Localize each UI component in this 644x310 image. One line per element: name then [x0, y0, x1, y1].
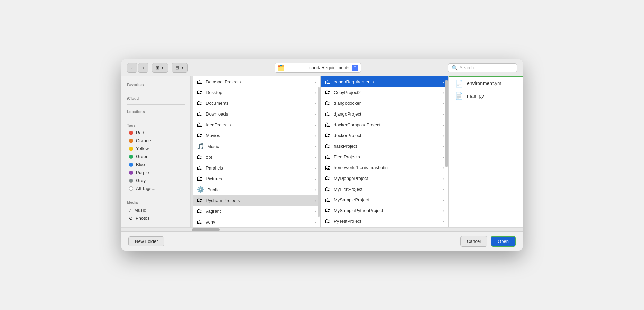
list-item[interactable]: 🗂 DataspellProjects › [193, 76, 320, 87]
search-icon: 🔍 [452, 65, 458, 71]
list-item[interactable]: 🗂 venv › [193, 217, 320, 227]
chevron-icon: › [443, 91, 444, 95]
file-name: djangodocker [334, 101, 440, 106]
chevron-icon: › [315, 101, 316, 106]
new-folder-button[interactable]: New Folder [128, 236, 164, 246]
main-content: Favorites iCloud Locations Tags Red Oran… [121, 76, 523, 227]
column-view-button[interactable]: ⊞ ▼ [152, 63, 168, 73]
column-view-chevron: ▼ [161, 66, 164, 70]
list-item[interactable]: 🎵 Music › [193, 141, 320, 152]
sidebar: Favorites iCloud Locations Tags Red Oran… [121, 76, 191, 227]
file-name: condaRequirements [334, 79, 440, 84]
tag-item-purple[interactable]: Purple [123, 168, 188, 176]
back-button[interactable]: ‹ [127, 63, 137, 73]
tag-item-all[interactable]: All Tags... [123, 184, 188, 192]
folder-icon: 🗂 [325, 164, 331, 171]
list-item[interactable]: 🗂 Parallels › [193, 163, 320, 173]
folder-icon: 🗂 [325, 175, 331, 182]
forward-icon: › [142, 65, 144, 71]
file-name: opt [206, 155, 312, 160]
preview-file-yml[interactable]: 📄 environment.yml [449, 77, 523, 90]
chevron-icon: › [315, 80, 316, 84]
cancel-button[interactable]: Cancel [460, 236, 487, 247]
list-item[interactable]: 🗂 homework-1...nis-mashutin › [321, 162, 448, 173]
list-item[interactable]: 🗂 Movies › [193, 130, 320, 141]
preview-file-py[interactable]: 📄 main.py [449, 90, 523, 102]
search-input[interactable] [460, 65, 513, 70]
chevron-icon: › [315, 177, 316, 181]
list-item[interactable]: 🗂 Documents › [193, 98, 320, 109]
list-item[interactable]: 🗂 Downloads › [193, 109, 320, 119]
file-name: Pictures [206, 176, 312, 181]
folder-icon: 🗂 [197, 175, 203, 182]
chevron-icon: › [443, 176, 444, 181]
folder-icon: 🗂 [325, 153, 331, 161]
file-name: MySamplePythonProject [334, 208, 440, 213]
list-item[interactable]: 🗂 djangodocker › [321, 98, 448, 109]
list-item[interactable]: ⚙️ Public › [193, 184, 320, 195]
list-item[interactable]: 🗂 MySampleProject › [321, 194, 448, 205]
file-name: Downloads [206, 111, 312, 117]
group-view-icon: ⊟ [175, 65, 179, 70]
list-item[interactable]: 🗂 dockerComposeProject › [321, 119, 448, 130]
tag-item-green[interactable]: Green [123, 153, 188, 161]
list-item[interactable]: 🗂 MyFirstProject › [321, 184, 448, 194]
horizontal-scrollbar[interactable] [121, 227, 523, 231]
column1-scrollbar[interactable] [318, 87, 320, 217]
list-item[interactable]: 🗂 FleetProjects › [321, 152, 448, 162]
forward-button[interactable]: › [138, 63, 148, 73]
list-item[interactable]: 🗂 flaskProject › [321, 141, 448, 152]
file-column-1: 🗂 DataspellProjects › 🗂 Desktop › 🗂 Docu… [193, 76, 321, 227]
group-view-button[interactable]: ⊟ ▼ [172, 63, 188, 73]
tag-label-yellow: Yellow [136, 146, 149, 151]
folder-icon: ⚙️ [197, 186, 204, 193]
open-button[interactable]: Open [491, 236, 516, 247]
preview-file-name-yml: environment.yml [467, 81, 503, 86]
tag-item-blue[interactable]: Blue [123, 161, 188, 168]
list-item[interactable]: 🗂 condaRequirements › [321, 76, 448, 87]
tag-item-red[interactable]: Red [123, 129, 188, 137]
chevron-icon: › [315, 220, 316, 224]
chevron-icon: › [443, 112, 444, 116]
list-item[interactable]: 🗂 vagrant › [193, 206, 320, 217]
list-item[interactable]: 🗂 MyDjangoProject › [321, 173, 448, 184]
file-name: MyFirstProject [334, 186, 440, 192]
file-name: Parallels [206, 165, 312, 171]
folder-icon: 🗂 [325, 185, 331, 193]
media-item-photos[interactable]: ⊙ Photos [123, 214, 188, 222]
file-name: vagrant [206, 209, 312, 214]
list-item[interactable]: 🗂 PyTestProject › [321, 216, 448, 227]
location-bar[interactable]: 🗂️ condaRequirements ⌃ [275, 63, 361, 73]
folder-icon: 🗂 [325, 207, 331, 214]
list-item[interactable]: 🗂 Desktop › [193, 87, 320, 98]
chevron-icon: › [315, 188, 316, 192]
chevron-icon: › [315, 91, 316, 95]
folder-icon: 🗂 [325, 196, 331, 203]
divider-media [127, 195, 185, 195]
list-item[interactable]: 🗂 PycharmProjects › [193, 195, 320, 206]
list-item[interactable]: 🗂 opt › [193, 152, 320, 163]
column2-scrollbar[interactable] [445, 80, 448, 167]
folder-icon: 🗂 [197, 154, 203, 161]
footer: New Folder Cancel Open [121, 231, 523, 251]
tag-item-orange[interactable]: Orange [123, 137, 188, 145]
list-item[interactable]: 🗂 CopyProject2 › [321, 87, 448, 98]
list-item[interactable]: 🗂 dockerProject › [321, 130, 448, 141]
tag-item-grey[interactable]: Grey [123, 176, 188, 184]
toolbar: ‹ › ⊞ ▼ ⊟ ▼ 🗂️ condaRequirements ⌃ 🔍 [121, 59, 523, 76]
folder-icon: 🗂 [197, 197, 203, 204]
chevron-icon: › [443, 101, 444, 106]
list-item[interactable]: 🗂 Pictures › [193, 173, 320, 184]
chevron-icon: › [315, 134, 316, 138]
list-item[interactable]: 🗂 IdeaProjects › [193, 119, 320, 130]
file-name: homework-1...nis-mashutin [334, 165, 440, 170]
tag-label-red: Red [136, 130, 144, 135]
list-item[interactable]: 🗂 djangoProject › [321, 109, 448, 119]
folder-icon: 🗂 [197, 164, 203, 172]
file-name: djangoProject [334, 111, 440, 117]
list-item[interactable]: 🗂 MySamplePythonProject › [321, 205, 448, 216]
chevron-icon: › [443, 144, 444, 148]
media-item-music[interactable]: ♪ Music [123, 206, 188, 214]
tag-item-yellow[interactable]: Yellow [123, 145, 188, 153]
folder-icon: 🗂 [325, 110, 331, 118]
